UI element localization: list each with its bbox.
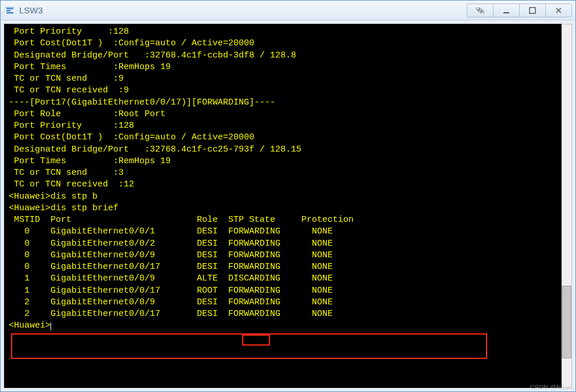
svg-rect-4: [530, 8, 535, 13]
svg-rect-3: [503, 12, 509, 13]
window-title: LSW3: [19, 5, 467, 15]
maximize-button[interactable]: [519, 3, 546, 17]
terminal-container: Port Priority :128 Port Cost(Dot1T ) :Co…: [1, 20, 575, 391]
app-window: LSW3 Port Priority :128 Port Cost(Dot1T …: [0, 0, 576, 392]
watermark: CSDN @Naive: [530, 384, 573, 391]
terminal[interactable]: Port Priority :128 Port Cost(Dot1T ) :Co…: [4, 24, 572, 388]
scroll-thumb[interactable]: [562, 286, 571, 358]
scrollbar[interactable]: [561, 24, 572, 388]
options-button[interactable]: [467, 3, 494, 17]
close-button[interactable]: [545, 3, 572, 17]
terminal-cursor: [51, 322, 51, 330]
minimize-button[interactable]: [493, 3, 520, 17]
app-icon: [4, 5, 16, 16]
window-controls: [467, 3, 572, 17]
terminal-prompt: <Huawei>: [9, 321, 51, 330]
titlebar[interactable]: LSW3: [1, 1, 575, 20]
